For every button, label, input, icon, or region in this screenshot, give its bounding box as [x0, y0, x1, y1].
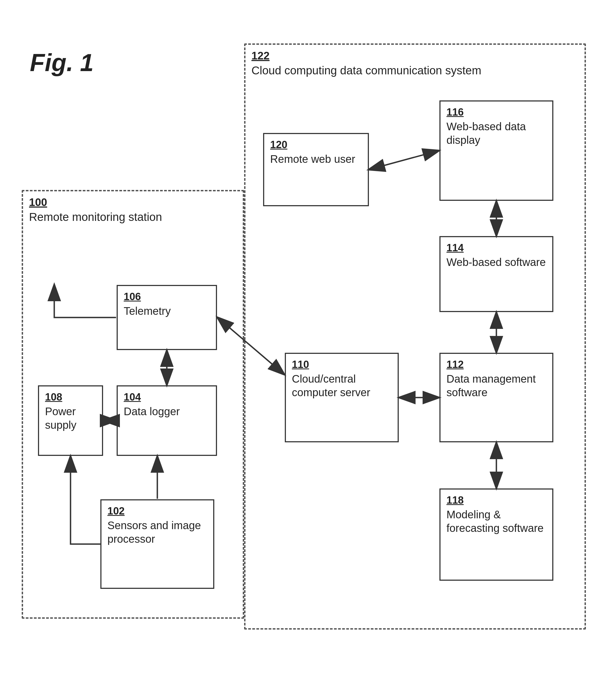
box-108: 108 Power supply — [38, 385, 103, 456]
box-116: 116 Web-based data display — [439, 101, 553, 201]
box-118: 118 Modeling & forecasting software — [439, 489, 553, 581]
box-112: 112 Data management software — [439, 353, 553, 442]
cloud-system-label: 122 Cloud computing data communication s… — [251, 50, 481, 78]
box-120: 120 Remote web user — [263, 133, 369, 206]
box-110: 110 Cloud/central computer server — [285, 353, 399, 442]
box-102: 102 Sensors and image processor — [101, 499, 214, 589]
box-114: 114 Web-based software — [439, 236, 553, 312]
box-104: 104 Data logger — [117, 385, 217, 456]
remote-monitoring-label: 100 Remote monitoring station — [29, 196, 162, 224]
figure-title: Fig. 1 — [30, 49, 93, 77]
box-106: 106 Telemetry — [117, 285, 217, 350]
